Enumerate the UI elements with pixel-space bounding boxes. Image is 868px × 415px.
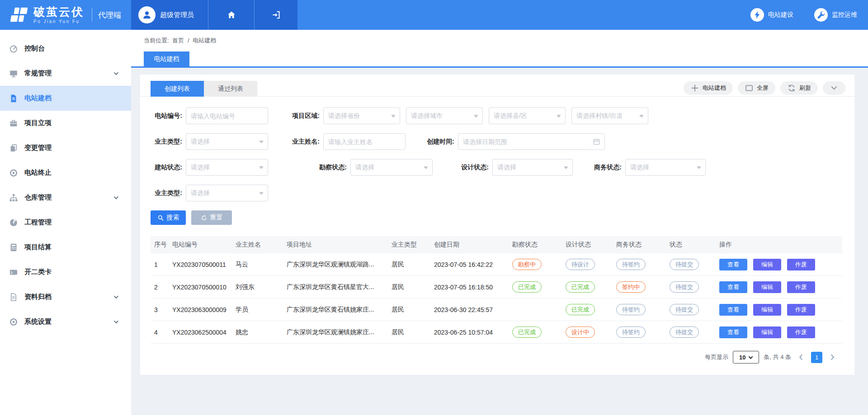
sidebar-item-label: 电站建档 — [24, 94, 52, 103]
column-header: 设计状态 — [562, 241, 613, 249]
column-header: 电站编号 — [169, 241, 232, 249]
cell: 2023-07-05 16:18:50 — [430, 284, 509, 291]
header-nav-item-1[interactable]: 电站建设 — [750, 8, 793, 22]
page-size-value: 10 — [739, 354, 745, 361]
project-icon — [9, 118, 19, 128]
status-badge: 勘察中 — [512, 259, 542, 270]
sidebar-item-8[interactable]: 工程管理 — [0, 210, 131, 235]
owner-name-input-input[interactable] — [324, 134, 405, 149]
tab-2[interactable]: 通过列表 — [204, 81, 257, 97]
sidebar-item-11[interactable]: 资料归档 — [0, 284, 131, 309]
breadcrumb-home-link[interactable]: 首页 — [172, 37, 184, 44]
cell: 广东深圳龙华区观澜镇姚家庄... — [283, 328, 388, 336]
sidebar-item-3[interactable]: 电站建档 — [0, 86, 131, 111]
actions-cell: 查看编辑作废 — [716, 259, 842, 270]
sidebar-item-12[interactable]: 系统设置 — [0, 309, 131, 334]
next-page-button[interactable] — [827, 354, 838, 361]
list-tabs: 创建列表通过列表 — [151, 81, 257, 97]
search-button[interactable]: 搜索 — [151, 210, 186, 225]
edit-button[interactable]: 编辑 — [753, 281, 781, 293]
card-head: 创建列表通过列表 电站建档全屏刷新 — [140, 75, 854, 97]
header-nav-item-2[interactable]: 监控运维 — [814, 8, 857, 22]
province-select[interactable]: 请选择省份 — [323, 107, 400, 124]
survey-status-select[interactable]: 请选择 — [350, 159, 433, 176]
sidebar-item-6[interactable]: 电站终止 — [0, 160, 131, 185]
reset-button[interactable]: 重置 — [191, 210, 232, 225]
void-button[interactable]: 作废 — [787, 281, 815, 293]
sidebar: 控制台常规管理电站建档项目立项变更管理电站终止仓库管理工程管理项目结算开二类卡资… — [0, 30, 131, 415]
status-cell: 待提交 — [666, 259, 716, 270]
plus-button[interactable]: 电站建档 — [684, 81, 733, 95]
status-cell: 勘察中 — [509, 259, 562, 270]
station-code-input-input[interactable] — [186, 108, 268, 124]
edit-button[interactable]: 编辑 — [753, 326, 781, 338]
view-button[interactable]: 查看 — [719, 281, 747, 293]
design-status-select[interactable]: 请选择 — [492, 159, 573, 176]
tab-1[interactable]: 创建列表 — [151, 81, 204, 97]
city-select[interactable]: 请选择城市 — [406, 107, 483, 124]
logout-button[interactable] — [254, 0, 297, 30]
archive-icon — [9, 292, 19, 302]
sidebar-item-5[interactable]: 变更管理 — [0, 135, 131, 160]
document-icon — [9, 93, 19, 103]
view-button[interactable]: 查看 — [719, 326, 747, 338]
caret-down-icon — [259, 192, 264, 195]
monitor-icon — [9, 68, 19, 79]
fullscreen-button[interactable]: 全屏 — [738, 81, 775, 95]
status-cell: 待提交 — [666, 304, 716, 315]
sidebar-item-9[interactable]: 项目结算 — [0, 235, 131, 260]
pagination: 每页显示 10 条, 共 4 条 1 — [140, 351, 838, 364]
chevron-down-icon — [113, 319, 119, 325]
collapse-button[interactable] — [823, 81, 845, 95]
sidebar-item-label: 常规管理 — [24, 69, 52, 78]
page-number-button[interactable]: 1 — [811, 352, 822, 363]
cell: 居民 — [388, 261, 430, 269]
edit-button[interactable]: 编辑 — [753, 304, 781, 316]
sidebar-item-4[interactable]: 项目立项 — [0, 111, 131, 135]
void-button[interactable]: 作废 — [787, 326, 815, 338]
page-tab[interactable]: 电站建档 — [144, 51, 189, 66]
page-size-select[interactable]: 10 — [733, 351, 759, 364]
business-status-select[interactable]: 请选择 — [625, 159, 706, 176]
home-button[interactable] — [208, 0, 254, 30]
village-select[interactable]: 请选择村镇/街道 — [571, 107, 648, 124]
create-time-range-input[interactable] — [458, 134, 604, 149]
view-button[interactable]: 查看 — [719, 259, 747, 270]
sidebar-item-1[interactable]: 控制台 — [0, 36, 131, 61]
status-cell: 待签约 — [613, 326, 666, 338]
owner-type-select-group: 业主类型:请选择 — [151, 133, 268, 150]
caret-down-icon — [424, 166, 428, 169]
sidebar-item-7[interactable]: 仓库管理 — [0, 185, 131, 210]
status-badge: 设计中 — [566, 326, 595, 338]
caret-down-icon — [564, 166, 568, 169]
prev-page-button[interactable] — [796, 354, 807, 361]
void-button[interactable]: 作废 — [787, 304, 815, 316]
sidebar-item-2[interactable]: 常规管理 — [0, 61, 131, 86]
table-row: 1YX2023070500011马云广东深圳龙华区观澜镇观湖路...居民2023… — [151, 253, 842, 276]
logo-icon — [8, 6, 29, 23]
sidebar-item-label: 电站终止 — [24, 168, 52, 177]
cell: 居民 — [388, 306, 430, 314]
select-placeholder: 请选择村镇/街道 — [576, 112, 623, 120]
status-cell: 待签约 — [613, 304, 666, 315]
caret-down-icon — [259, 140, 264, 143]
chevron-right-icon — [829, 354, 836, 361]
status-cell: 已完成 — [562, 304, 613, 315]
user-menu[interactable]: 超级管理员 — [131, 0, 208, 30]
refresh-button[interactable]: 刷新 — [780, 81, 818, 95]
filter-row-2: 业主类型:请选择业主姓名:创建时间: — [151, 133, 854, 150]
void-button[interactable]: 作废 — [787, 259, 815, 270]
edit-button[interactable]: 编辑 — [753, 259, 781, 270]
view-button[interactable]: 查看 — [719, 304, 747, 316]
nav-label: 监控运维 — [832, 11, 857, 19]
owner-type-select-2[interactable]: 请选择 — [186, 185, 268, 201]
filter-row-4: 业主类型:请选择 — [151, 185, 854, 201]
owner-type-select[interactable]: 请选择 — [186, 133, 268, 150]
cell: 广东深圳龙华区黄石镇姚家庄... — [283, 306, 388, 314]
build-status-select[interactable]: 请选择 — [186, 159, 268, 176]
county-select[interactable]: 请选择县/区 — [489, 107, 566, 124]
sidebar-menu: 控制台常规管理电站建档项目立项变更管理电站终止仓库管理工程管理项目结算开二类卡资… — [0, 36, 131, 334]
filter-row-3: 建站状态:请选择勘察状态:请选择设计状态:请选择商务状态:请选择 — [151, 159, 854, 176]
cell: YX2023062500004 — [169, 329, 232, 336]
sidebar-item-10[interactable]: 开二类卡 — [0, 260, 131, 284]
